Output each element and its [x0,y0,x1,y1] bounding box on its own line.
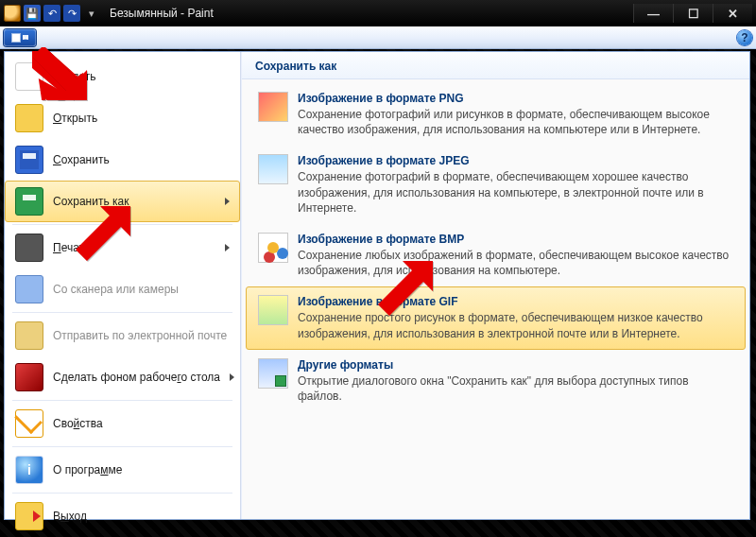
open-icon [15,104,43,132]
menu-separator [12,400,232,401]
format-desc: Открытие диалогового окна "Сохранить как… [298,373,733,404]
menu-item-desktop-bg[interactable]: Сделать фоном рабочего стола [5,356,240,398]
format-desc: Сохранение фотографий в формате, обеспеч… [298,169,733,216]
format-item-jpeg[interactable]: Изображение в формате JPEGСохранение фот… [246,146,746,224]
qat-undo-button[interactable]: ↶ [43,5,60,22]
menu-label: Сделать фоном рабочего стола [53,371,220,384]
ribbon-bar: ? [0,26,756,49]
format-list: Изображение в формате PNGСохранение фото… [242,79,749,416]
menu-label: Открыть [53,112,97,125]
qat-customize-button[interactable]: ▾ [83,5,100,22]
menu-separator [12,493,232,494]
file-menu: Создать Открыть Сохранить Сохранить как … [4,51,750,520]
format-title: Изображение в формате GIF [298,295,733,308]
mail-icon [15,321,43,350]
save-icon [15,146,43,174]
format-title: Изображение в формате JPEG [298,154,733,167]
menu-item-about[interactable]: i О программе [5,449,240,491]
close-button[interactable]: ✕ [713,4,752,23]
format-item-bmp[interactable]: Изображение в формате BMPСохранение любы… [246,224,746,286]
print-icon [15,234,43,262]
menu-label: Со сканера или камеры [53,283,179,296]
gif-format-icon [258,295,288,325]
submenu-caret-icon [230,373,234,381]
menu-item-new[interactable]: Создать [5,56,240,97]
menu-item-exit[interactable]: Выход [5,495,240,537]
save-as-icon [15,187,43,216]
other-format-icon [258,358,288,389]
qat-save-button[interactable]: 💾 [24,5,41,22]
file-menu-tab[interactable] [4,29,36,46]
menu-item-scanner: Со сканера или камеры [5,268,240,310]
menu-separator [12,224,232,225]
format-item-png[interactable]: Изображение в формате PNGСохранение фото… [246,83,746,146]
quick-access-toolbar: 💾 ↶ ↷ ▾ [4,5,100,22]
menu-item-save-as[interactable]: Сохранить как [5,181,240,222]
qat-redo-button[interactable]: ↷ [63,5,80,22]
menu-label: Свойства [53,417,103,430]
submenu-caret-icon [225,244,230,251]
format-item-other[interactable]: Другие форматыОткрытие диалогового окна … [246,350,746,412]
format-desc: Сохранение простого рисунок в формате, о… [298,310,733,340]
menu-item-open[interactable]: Открыть [5,97,240,139]
format-title: Изображение в формате BMP [298,233,733,246]
titlebar: 💾 ↶ ↷ ▾ Безымянный - Paint — ☐ ✕ [0,0,756,26]
exit-icon [15,502,43,530]
file-menu-left: Создать Открыть Сохранить Сохранить как … [5,52,241,519]
help-button[interactable]: ? [737,30,752,45]
menu-label: Выход [53,510,87,523]
submenu-caret-icon [225,198,230,205]
format-title: Изображение в формате PNG [298,92,733,105]
new-icon [15,62,43,91]
menu-separator [12,446,232,447]
window-title: Безымянный - Paint [110,7,214,20]
properties-icon [15,409,43,438]
png-format-icon [258,92,288,122]
menu-separator [12,312,232,313]
minimize-button[interactable]: — [633,4,673,23]
jpeg-format-icon [258,154,288,184]
format-title: Другие форматы [298,358,733,372]
format-desc: Сохранение любых изображений в формате, … [298,248,733,278]
menu-item-properties[interactable]: Свойства [5,403,240,444]
about-icon: i [15,456,43,484]
menu-label: Отправить по электронной почте [53,329,227,342]
submenu-title: Сохранить как [242,52,749,79]
format-desc: Сохранение фотографий или рисунков в фор… [298,107,733,137]
scanner-icon [15,275,43,303]
menu-label: Сохранить как [53,195,129,208]
menu-label: О программе [53,463,122,476]
bmp-format-icon [258,233,288,263]
menu-item-save[interactable]: Сохранить [5,139,240,181]
save-as-submenu: Сохранить как Изображение в формате PNGС… [241,52,749,519]
paint-icon [4,5,21,22]
menu-label: Создать [53,70,96,83]
menu-item-print[interactable]: Печать [5,227,240,268]
menu-label: Сохранить [53,153,110,166]
menu-item-email: Отправить по электронной почте [5,315,240,356]
maximize-button[interactable]: ☐ [673,4,713,23]
desktop-icon [15,363,43,391]
format-item-gif[interactable]: Изображение в формате GIFСохранение прос… [246,286,746,349]
menu-label: Печать [53,241,90,254]
